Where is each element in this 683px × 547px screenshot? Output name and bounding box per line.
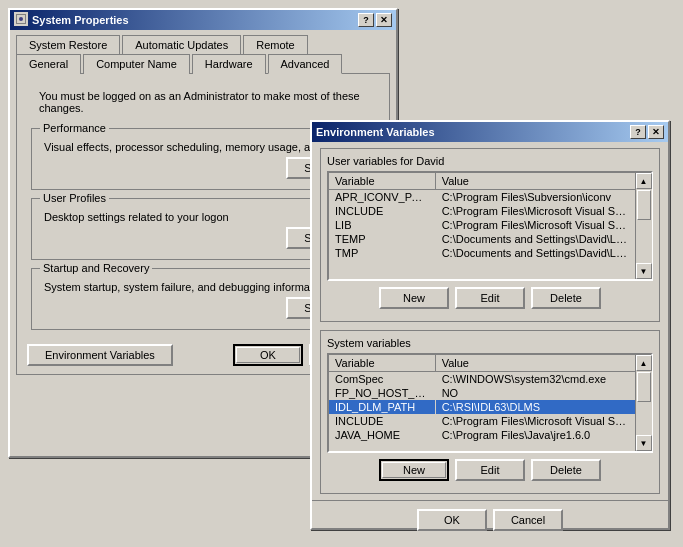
user-var-4-name: TMP [329, 246, 436, 260]
tab-computer-name[interactable]: Computer Name [83, 54, 190, 74]
sys-scroll-thumb[interactable] [637, 372, 651, 402]
table-row[interactable]: TMP C:\Documents and Settings\David\Loca… [329, 246, 635, 260]
performance-text: Visual effects, processor scheduling, me… [44, 141, 310, 153]
system-list-header: Variable Value [329, 355, 635, 372]
sys-var-4-name: JAVA_HOME [329, 428, 436, 442]
sys-edit-button[interactable]: Edit [455, 459, 525, 481]
table-row[interactable]: TEMP C:\Documents and Settings\David\Loc… [329, 232, 635, 246]
sys-var-3-value: C:\Program Files\Microsoft Visual Studio… [436, 414, 635, 428]
user-var-3-value: C:\Documents and Settings\David\Local ..… [436, 232, 635, 246]
user-var-0-name: APR_ICONV_PATH [329, 190, 436, 204]
table-row[interactable]: JAVA_HOME C:\Program Files\Java\jre1.6.0 [329, 428, 635, 442]
user-new-button[interactable]: New [379, 287, 449, 309]
startup-recovery-title: Startup and Recovery [40, 262, 152, 274]
admin-notice: You must be logged on as an Administrato… [31, 84, 375, 120]
user-variables-list-container: Variable Value APR_ICONV_PATH C:\Program… [327, 171, 653, 281]
user-var-2-value: C:\Program Files\Microsoft Visual Studio… [436, 218, 635, 232]
sys-var-3-name: INCLUDE [329, 414, 436, 428]
env-bottom-btn-row: OK Cancel [312, 500, 668, 539]
system-variables-groupbox: System variables Variable Value ComSpec … [320, 330, 660, 494]
tab-advanced[interactable]: Advanced [268, 54, 343, 74]
sys-var-1-name: FP_NO_HOST_C... [329, 386, 436, 400]
env-ok-button[interactable]: OK [417, 509, 487, 531]
scroll-down-btn[interactable]: ▼ [636, 263, 652, 279]
sys-scroll-up-btn[interactable]: ▲ [636, 355, 652, 371]
table-row[interactable]: INCLUDE C:\Program Files\Microsoft Visua… [329, 204, 635, 218]
user-col-variable: Variable [329, 173, 436, 189]
table-row[interactable]: LIB C:\Program Files\Microsoft Visual St… [329, 218, 635, 232]
sys-var-4-value: C:\Program Files\Java\jre1.6.0 [436, 428, 635, 442]
window-title-icon [14, 12, 28, 28]
user-var-0-value: C:\Program Files\Subversion\iconv [436, 190, 635, 204]
user-profiles-text: Desktop settings related to your logon [44, 211, 229, 223]
tab-remote[interactable]: Remote [243, 35, 308, 54]
scroll-track [636, 189, 652, 263]
scroll-up-btn[interactable]: ▲ [636, 173, 652, 189]
help-button[interactable]: ? [358, 13, 374, 27]
title-bar-title: System Properties [14, 12, 129, 28]
sys-scroll-track [636, 371, 652, 435]
table-row[interactable]: FP_NO_HOST_C... NO [329, 386, 635, 400]
user-profiles-title: User Profiles [40, 192, 109, 204]
user-list-header: Variable Value [329, 173, 635, 190]
system-properties-titlebar: System Properties ? ✕ [10, 10, 396, 30]
sys-var-2-value: C:\RSI\IDL63\DLMS [436, 400, 635, 414]
system-properties-title: System Properties [32, 14, 129, 26]
close-button[interactable]: ✕ [376, 13, 392, 27]
env-cancel-button[interactable]: Cancel [493, 509, 563, 531]
env-title-bar-controls: ? ✕ [630, 125, 664, 139]
user-variables-groupbox: User variables for David Variable Value … [320, 148, 660, 322]
environment-variables-window: Environment Variables ? ✕ User variables… [310, 120, 670, 530]
tab-system-restore[interactable]: System Restore [16, 35, 120, 54]
sys-var-1-value: NO [436, 386, 635, 400]
system-variables-list-container: Variable Value ComSpec C:\WINDOWS\system… [327, 353, 653, 453]
startup-recovery-text: System startup, system failure, and debu… [44, 281, 313, 293]
system-variables-section: System variables Variable Value ComSpec … [312, 328, 668, 500]
svg-point-3 [19, 17, 23, 21]
sys-col-variable: Variable [329, 355, 436, 371]
system-list-scrollbar[interactable]: ▲ ▼ [635, 355, 651, 451]
env-help-button[interactable]: ? [630, 125, 646, 139]
user-list-scrollbar[interactable]: ▲ ▼ [635, 173, 651, 279]
sys-scroll-down-btn[interactable]: ▼ [636, 435, 652, 451]
user-col-value: Value [436, 173, 635, 189]
user-var-3-name: TEMP [329, 232, 436, 246]
sys-col-value: Value [436, 355, 635, 371]
user-var-1-name: INCLUDE [329, 204, 436, 218]
env-title-bar-title: Environment Variables [316, 126, 435, 138]
sys-var-0-name: ComSpec [329, 372, 436, 386]
user-variables-section: User variables for David Variable Value … [312, 142, 668, 328]
user-variables-list[interactable]: Variable Value APR_ICONV_PATH C:\Program… [329, 173, 635, 279]
system-section-title: System variables [327, 337, 653, 349]
table-row[interactable]: APR_ICONV_PATH C:\Program Files\Subversi… [329, 190, 635, 204]
environment-variables-button[interactable]: Environment Variables [27, 344, 173, 366]
env-window-title: Environment Variables [316, 126, 435, 138]
sys-delete-button[interactable]: Delete [531, 459, 601, 481]
system-variables-list[interactable]: Variable Value ComSpec C:\WINDOWS\system… [329, 355, 635, 451]
table-row[interactable]: ComSpec C:\WINDOWS\system32\cmd.exe [329, 372, 635, 386]
title-bar-controls: ? ✕ [358, 13, 392, 27]
tab-general[interactable]: General [16, 54, 81, 74]
user-variables-btn-row: New Edit Delete [327, 287, 653, 309]
tab-automatic-updates[interactable]: Automatic Updates [122, 35, 241, 54]
tabs-row1: System Restore Automatic Updates Remote [10, 30, 396, 53]
ok-button[interactable]: OK [233, 344, 303, 366]
user-var-1-value: C:\Program Files\Microsoft Visual Studio… [436, 204, 635, 218]
sys-new-button[interactable]: New [379, 459, 449, 481]
env-vars-titlebar: Environment Variables ? ✕ [312, 122, 668, 142]
user-var-2-name: LIB [329, 218, 436, 232]
tab-hardware[interactable]: Hardware [192, 54, 266, 74]
system-variables-btn-row: New Edit Delete [327, 459, 653, 481]
sys-var-2-name: IDL_DLM_PATH [329, 400, 436, 414]
scroll-thumb[interactable] [637, 190, 651, 220]
table-row[interactable]: IDL_DLM_PATH C:\RSI\IDL63\DLMS [329, 400, 635, 414]
user-delete-button[interactable]: Delete [531, 287, 601, 309]
performance-title: Performance [40, 122, 109, 134]
table-row[interactable]: INCLUDE C:\Program Files\Microsoft Visua… [329, 414, 635, 428]
tabs-row2: General Computer Name Hardware Advanced [10, 53, 396, 73]
env-close-button[interactable]: ✕ [648, 125, 664, 139]
sys-var-0-value: C:\WINDOWS\system32\cmd.exe [436, 372, 635, 386]
user-section-title: User variables for David [327, 155, 653, 167]
user-var-4-value: C:\Documents and Settings\David\Local ..… [436, 246, 635, 260]
user-edit-button[interactable]: Edit [455, 287, 525, 309]
